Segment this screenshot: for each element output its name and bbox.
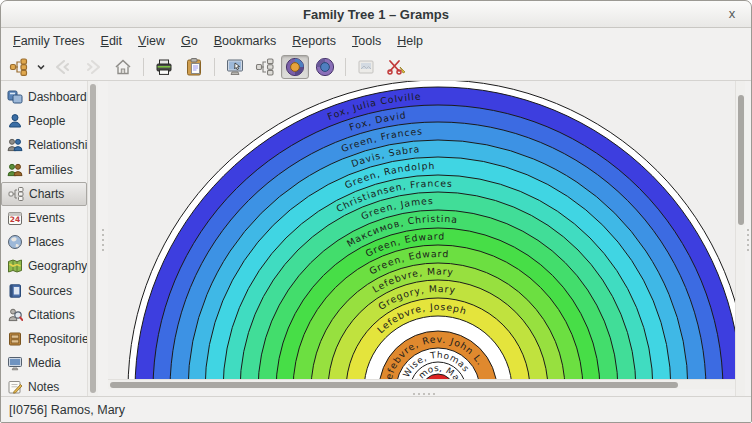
sidebar-item-label: People xyxy=(28,114,65,128)
svg-text:24: 24 xyxy=(9,215,19,224)
sidebar-item-geography[interactable]: Geography xyxy=(1,254,87,278)
media-tool-button[interactable] xyxy=(352,55,380,79)
people-icon xyxy=(6,113,23,130)
close-icon[interactable]: x xyxy=(723,5,741,23)
toolbar-separator xyxy=(143,58,144,76)
right-splitter-grip-icon xyxy=(747,229,749,251)
main-content: DashboardPeopleRelationshipsFamiliesChar… xyxy=(1,81,751,396)
sidebar-item-label: Places xyxy=(28,235,64,249)
sidebar-item-citations[interactable]: Citations xyxy=(1,303,87,327)
home-icon xyxy=(113,57,133,77)
menu-edit[interactable]: Edit xyxy=(93,31,131,51)
navigator-sidebar: DashboardPeopleRelationshipsFamiliesChar… xyxy=(1,81,87,396)
charts-icon xyxy=(7,185,24,202)
bottom-grip-icon xyxy=(413,393,435,395)
gramps-tree-icon xyxy=(9,57,29,77)
right-pane-splitter[interactable] xyxy=(745,81,751,396)
sidebar-item-dashboard[interactable]: Dashboard xyxy=(1,85,87,109)
splitter-grip-icon xyxy=(102,229,104,251)
events-icon: 24 xyxy=(6,210,23,227)
media-icon xyxy=(6,355,23,372)
toolbar xyxy=(1,53,751,81)
monitor-pointer-icon xyxy=(225,57,245,77)
titlebar[interactable]: Family Tree 1 – Gramps x xyxy=(1,1,751,28)
sidebar-item-label: Charts xyxy=(29,187,64,201)
tree-dropdown-button[interactable] xyxy=(35,55,47,79)
menubar: Family TreesEditViewGoBookmarksReportsTo… xyxy=(1,28,751,53)
gramps-window: Family Tree 1 – Gramps x Family TreesEdi… xyxy=(0,0,752,423)
sidebar-item-label: Repositories xyxy=(28,332,87,346)
clipboard-icon xyxy=(184,57,204,77)
printer-icon xyxy=(154,57,174,77)
forward-button[interactable] xyxy=(79,55,107,79)
menu-tools[interactable]: Tools xyxy=(344,31,389,51)
geography-icon xyxy=(6,258,23,275)
sidebar-item-label: Notes xyxy=(28,380,59,394)
active-person-status: [I0756] Ramos, Mary xyxy=(9,403,125,417)
menu-family-trees[interactable]: Family Trees xyxy=(5,31,93,51)
two-way-fan-view-button[interactable] xyxy=(311,55,339,79)
toolbar-separator xyxy=(345,58,346,76)
sidebar-item-relationships[interactable]: Relationships xyxy=(1,133,87,157)
sidebar-item-label: Families xyxy=(28,163,73,177)
sidebar-item-label: Sources xyxy=(28,284,72,298)
horizontal-scrollbar-thumb[interactable] xyxy=(110,382,678,388)
sidebar-item-label: Relationships xyxy=(28,138,87,152)
configure-view-button[interactable] xyxy=(221,55,249,79)
gramps-tree-button[interactable] xyxy=(5,55,33,79)
menu-bookmarks[interactable]: Bookmarks xyxy=(206,31,285,51)
back-button[interactable] xyxy=(49,55,77,79)
fan-chart-canvas[interactable]: Fox, Julia ColvilleFox, DavidGreen, Fran… xyxy=(108,81,735,379)
sidebar-item-families[interactable]: Families xyxy=(1,158,87,182)
horizontal-scrollbar[interactable] xyxy=(108,379,735,389)
sidebar-item-sources[interactable]: Sources xyxy=(1,279,87,303)
sidebar-item-label: Events xyxy=(28,211,65,225)
sidebar-item-places[interactable]: Places xyxy=(1,230,87,254)
statusbar: [I0756] Ramos, Mary xyxy=(1,396,751,422)
sidebar-item-label: Citations xyxy=(28,308,75,322)
menu-reports[interactable]: Reports xyxy=(284,31,344,51)
sidebar-item-charts[interactable]: Charts xyxy=(1,182,87,206)
scissors-icon xyxy=(386,57,406,77)
dashboard-icon xyxy=(6,89,23,106)
pedigree-icon xyxy=(255,57,275,77)
fan-chart-icon xyxy=(285,57,305,77)
fan-chart[interactable]: Fox, Julia ColvilleFox, DavidGreen, Fran… xyxy=(108,81,735,379)
pedigree-view-button[interactable] xyxy=(251,55,279,79)
sidebar-item-label: Media xyxy=(28,356,61,370)
sidebar-item-label: Geography xyxy=(28,259,87,273)
print-button[interactable] xyxy=(150,55,178,79)
toolbar-separator xyxy=(214,58,215,76)
arrow-back-icon xyxy=(53,57,73,77)
citations-icon xyxy=(6,306,23,323)
sidebar-item-repositories[interactable]: Repositories xyxy=(1,327,87,351)
chart-area: Fox, Julia ColvilleFox, DavidGreen, Fran… xyxy=(108,81,735,396)
vertical-scrollbar[interactable] xyxy=(735,81,745,396)
sources-icon xyxy=(6,282,23,299)
menu-help[interactable]: Help xyxy=(389,31,431,51)
pane-splitter[interactable] xyxy=(98,81,109,396)
chevron-down-icon xyxy=(36,62,46,72)
sidebar-item-label: Dashboard xyxy=(28,90,87,104)
image-icon xyxy=(356,57,376,77)
notes-icon xyxy=(6,379,23,396)
vertical-scrollbar-thumb[interactable] xyxy=(738,95,744,225)
sidebar-scrollbar-thumb[interactable] xyxy=(90,84,96,393)
sidebar-scrollbar[interactable] xyxy=(87,81,98,396)
home-button[interactable] xyxy=(109,55,137,79)
sidebar-item-people[interactable]: People xyxy=(1,109,87,133)
sidebar-item-notes[interactable]: Notes xyxy=(1,375,87,396)
sidebar-item-events[interactable]: 24Events xyxy=(1,206,87,230)
places-icon xyxy=(6,234,23,251)
arrow-forward-icon xyxy=(83,57,103,77)
menu-go[interactable]: Go xyxy=(173,31,206,51)
bottom-splitter[interactable] xyxy=(108,389,735,396)
relationships-icon xyxy=(6,137,23,154)
families-icon xyxy=(6,161,23,178)
menu-view[interactable]: View xyxy=(130,31,173,51)
window-title: Family Tree 1 – Gramps xyxy=(303,7,449,22)
cut-tool-button[interactable] xyxy=(382,55,410,79)
sidebar-item-media[interactable]: Media xyxy=(1,351,87,375)
fan-chart-view-button[interactable] xyxy=(281,55,309,79)
clipboard-button[interactable] xyxy=(180,55,208,79)
